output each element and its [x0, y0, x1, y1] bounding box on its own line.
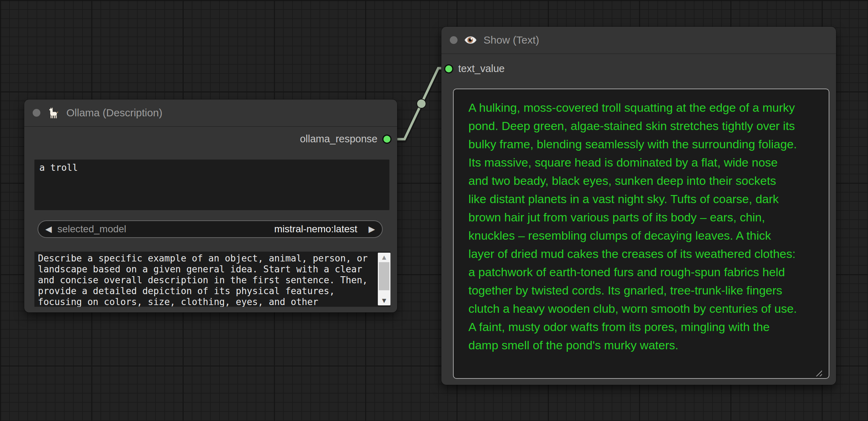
input-slot-row: text_value [444, 63, 505, 75]
show-node-title: Show (Text) [484, 34, 539, 46]
collapse-toggle-dot[interactable] [33, 109, 40, 117]
output-slot-row: ollama_response [300, 133, 392, 145]
combo-prev-arrow-icon[interactable]: ◀ [45, 225, 52, 233]
combo-label: selected_model [57, 224, 126, 235]
show-node-header[interactable]: Show (Text) [441, 27, 836, 54]
combo-value: mistral-nemo:latest [274, 224, 357, 235]
input-slot-dot[interactable] [444, 64, 453, 73]
link-midpoint-dot[interactable] [417, 99, 426, 108]
ollama-node-header[interactable]: Ollama (Description) [24, 99, 397, 127]
input-slot-label: text_value [458, 63, 505, 75]
system-prompt-text[interactable]: Describe a specific example of an object… [34, 252, 378, 307]
output-slot-label: ollama_response [300, 133, 377, 145]
text-output-display[interactable]: A hulking, moss-covered troll squatting … [453, 89, 829, 379]
collapse-toggle-dot[interactable] [450, 36, 458, 44]
ollama-node-title: Ollama (Description) [66, 107, 162, 119]
ollama-description-node[interactable]: Ollama (Description) ollama_response a t… [24, 99, 397, 312]
selected-model-combo[interactable]: ◀ selected_model mistral-nemo:latest ▶ [38, 220, 383, 238]
eye-icon [464, 33, 477, 47]
scroll-up-icon[interactable]: ▲ [378, 253, 390, 261]
system-prompt-field[interactable]: Describe a specific example of an object… [34, 252, 390, 307]
llama-icon [47, 106, 60, 119]
prompt-text-input[interactable]: a troll [34, 160, 389, 210]
system-prompt-scrollbar[interactable]: ▲ ▼ [378, 253, 390, 305]
output-slot-dot[interactable] [382, 135, 392, 144]
node-graph-canvas[interactable]: Ollama (Description) ollama_response a t… [0, 0, 868, 421]
scrollbar-thumb[interactable] [379, 262, 389, 290]
show-text-node[interactable]: Show (Text) text_value A hulking, moss-c… [441, 27, 836, 385]
scroll-down-icon[interactable]: ▼ [378, 297, 390, 305]
combo-next-arrow-icon[interactable]: ▶ [369, 225, 375, 233]
